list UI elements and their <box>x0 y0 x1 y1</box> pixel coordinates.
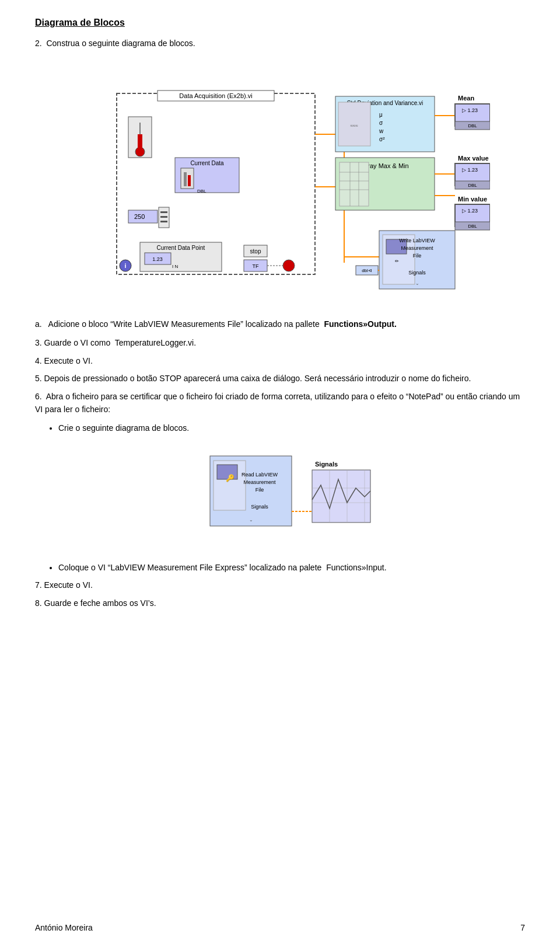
page-title: Diagrama de Blocos <box>35 18 525 28</box>
svg-text:DBL: DBL <box>468 123 477 128</box>
svg-text:Mean: Mean <box>458 95 474 102</box>
svg-text:Write LabVIEW: Write LabVIEW <box>399 238 435 243</box>
svg-text:μ: μ <box>379 112 383 118</box>
svg-text:w: w <box>379 128 384 134</box>
svg-point-31 <box>283 260 295 271</box>
svg-text:Measurement: Measurement <box>243 479 276 485</box>
step-a-bold: Functions»Output. <box>324 319 396 329</box>
block-diagram-svg: Data Acquisition (Ex2b).vi Current Data … <box>70 58 490 304</box>
bullet-2-bold: Functions»Input. <box>326 563 387 572</box>
footer-page: 7 <box>520 923 525 932</box>
svg-text:⌄: ⌄ <box>249 517 253 522</box>
svg-text:🔑: 🔑 <box>226 473 235 482</box>
svg-text:dbl⊲: dbl⊲ <box>362 268 372 273</box>
svg-text:DBL: DBL <box>468 224 477 229</box>
read-diagram-svg: 🔑 Read LabVIEW Measurement File Signals … <box>204 444 379 549</box>
step-6-text: Abra o ficheiro para se certificar que o… <box>35 392 520 414</box>
svg-text:Min value: Min value <box>458 196 487 203</box>
step-a-text: Adicione o bloco “Write LabVIEW Measurem… <box>48 319 320 329</box>
svg-text:≈≈≈: ≈≈≈ <box>350 123 358 128</box>
step-3-italic: TemperatureLogger.vi. <box>115 338 196 347</box>
svg-text:σ²: σ² <box>379 136 385 142</box>
section-intro: 2. Construa o seguinte diagrama de bloco… <box>35 39 525 48</box>
svg-text:I N: I N <box>172 264 178 269</box>
svg-text:▷ 1.23: ▷ 1.23 <box>462 167 478 173</box>
svg-text:Signals: Signals <box>251 504 268 510</box>
svg-text:TF: TF <box>253 263 259 269</box>
svg-text:Signals: Signals <box>315 461 338 468</box>
step-a: a. Adicione o bloco “Write LabVIEW Measu… <box>35 318 525 330</box>
bullet-2-text: Coloque o VI “LabVIEW Measurement File E… <box>58 563 321 572</box>
svg-rect-17 <box>160 216 167 218</box>
svg-rect-18 <box>160 221 167 222</box>
svg-text:▷ 1.23: ▷ 1.23 <box>462 208 478 214</box>
svg-rect-95 <box>312 470 370 522</box>
svg-text:✏: ✏ <box>395 259 399 264</box>
svg-text:DBL: DBL <box>197 189 206 194</box>
svg-text:File: File <box>413 253 422 259</box>
read-diagram-container: 🔑 Read LabVIEW Measurement File Signals … <box>58 444 525 549</box>
svg-text:Max value: Max value <box>458 155 489 162</box>
footer-author: António Moreira <box>35 923 93 932</box>
svg-rect-10 <box>184 172 187 186</box>
section-number: 2. <box>35 39 42 48</box>
svg-text:Measurement: Measurement <box>401 245 433 251</box>
step-7: 7. Execute o VI. <box>35 579 525 591</box>
svg-rect-9 <box>181 168 194 189</box>
svg-text:⌄: ⌄ <box>415 281 419 286</box>
svg-text:Read LabVIEW: Read LabVIEW <box>242 472 278 478</box>
footer: António Moreira 7 <box>0 923 560 932</box>
svg-text:Current Data Point: Current Data Point <box>157 245 205 251</box>
svg-text:▷ 1.23: ▷ 1.23 <box>462 107 478 113</box>
svg-text:File: File <box>256 487 264 493</box>
svg-text:250: 250 <box>134 213 145 220</box>
svg-text:stop: stop <box>250 248 261 255</box>
svg-text:Data Acquisition (Ex2b).vi: Data Acquisition (Ex2b).vi <box>179 92 252 99</box>
step-8: 8. Guarde e feche ambos os VI’s. <box>35 597 525 609</box>
svg-text:DBL: DBL <box>468 183 477 188</box>
svg-text:σ: σ <box>379 120 383 126</box>
step-5: 5. Depois de pressionado o botão STOP ap… <box>35 372 525 385</box>
step-a-label: a. <box>35 319 42 329</box>
section-label: Construa o seguinte diagrama de blocos. <box>46 39 195 48</box>
bullet-2: Coloque o VI “LabVIEW Measurement File E… <box>58 561 525 574</box>
svg-text:Current Data: Current Data <box>190 160 224 166</box>
step-3: 3. Guarde o VI como TemperatureLogger.vi… <box>35 336 525 349</box>
svg-rect-54 <box>340 162 369 206</box>
step-4: 4. Execute o VI. <box>35 354 525 367</box>
main-block-diagram: Data Acquisition (Ex2b).vi Current Data … <box>35 58 525 304</box>
step-6: 6. Abra o ficheiro para se certificar qu… <box>35 390 525 416</box>
bullet-1: Crie o seguinte diagrama de blocos. <box>58 422 525 434</box>
svg-text:Signals: Signals <box>408 270 426 276</box>
svg-rect-11 <box>188 175 191 186</box>
step-6-label: 6. <box>35 392 42 401</box>
svg-rect-16 <box>160 211 167 213</box>
step-3-text: 3. Guarde o VI como <box>35 338 110 347</box>
svg-text:i: i <box>124 262 126 269</box>
svg-text:1.23: 1.23 <box>152 256 163 262</box>
svg-rect-6 <box>138 134 142 152</box>
